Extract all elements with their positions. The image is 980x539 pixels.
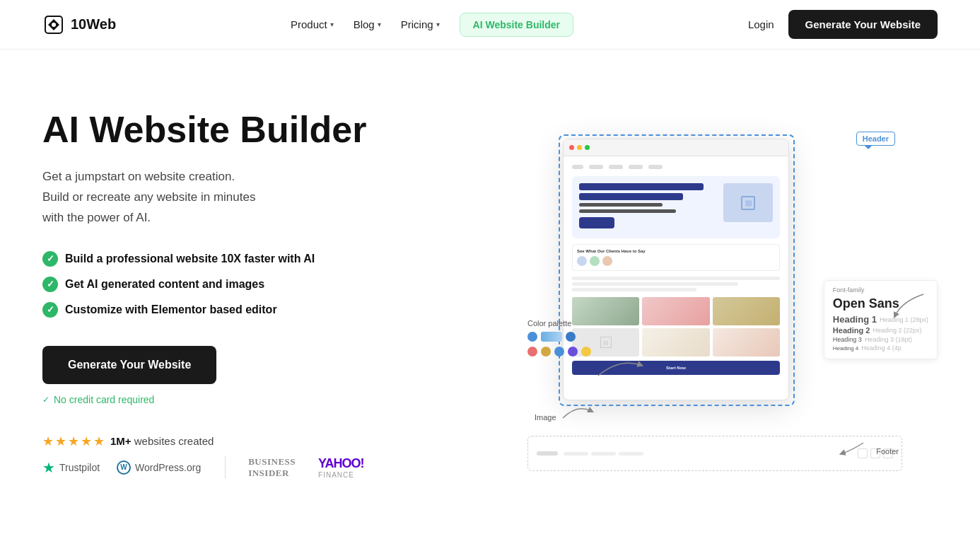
mini-hero-image <box>723 183 773 222</box>
footer-logo-mini <box>537 451 558 456</box>
palette-swatches-row2 <box>527 347 591 357</box>
swatch-gold <box>581 347 591 357</box>
mini-row-2 <box>572 282 738 286</box>
color-palette-annotation: Color palette <box>527 319 591 357</box>
star-rating: ★ ★ ★ ★ ★ <box>42 434 105 449</box>
product-chevron-icon: ▾ <box>330 21 334 28</box>
wordpress-icon: W <box>117 460 131 475</box>
nav-blog[interactable]: Blog ▾ <box>354 18 381 30</box>
mini-cta-text: Start Now <box>666 366 686 370</box>
mini-image-grid: ▤ <box>572 297 780 357</box>
mini-testimonials-title: See What Our Clients Have to Say <box>577 249 775 253</box>
grid-image-6 <box>713 328 780 357</box>
hero-title: AI Website Builder <box>42 110 366 150</box>
browser-dot-yellow <box>577 145 582 150</box>
image-placeholder-small: ▤ <box>600 337 612 348</box>
heading4-line: Heading 4 Heading 4 (4p <box>833 344 928 352</box>
avatar-1 <box>577 256 587 266</box>
grid-image-2 <box>642 297 709 325</box>
site-nav-mini <box>572 165 780 169</box>
footer-link-2 <box>591 452 616 456</box>
star-4: ★ <box>81 434 92 449</box>
heading3-line: Heading 3 Heading 3 (18pt) <box>833 336 928 343</box>
illustration-container: See What Our Clients Have to Say <box>527 117 938 471</box>
trustpilot-logo[interactable]: ★ Trustpilot <box>42 459 100 476</box>
hero-subtitle: Get a jumpstart on website creation. Bui… <box>42 167 366 228</box>
nav-pricing[interactable]: Pricing ▾ <box>401 18 440 30</box>
hero-section: AI Website Builder Get a jumpstart on we… <box>0 50 980 539</box>
no-credit-card-notice: No credit card required <box>42 394 366 405</box>
wordpress-logo[interactable]: W WordPress.org <box>117 460 201 475</box>
feature-item-3: Customize with Elementor based editor <box>42 302 366 318</box>
rating-row: ★ ★ ★ ★ ★ 1M+ websites created <box>42 434 366 449</box>
check-icon-1 <box>42 251 58 267</box>
image-arrow <box>559 400 595 422</box>
hero-cta-button[interactable]: Generate Your Website <box>42 346 216 384</box>
grid-image-3 <box>713 297 780 325</box>
star-5: ★ <box>93 434 105 449</box>
nav-product[interactable]: Product ▾ <box>291 18 334 30</box>
hero-illustration: See What Our Clients Have to Say <box>457 117 938 471</box>
browser-dot-green <box>585 145 590 150</box>
swatch-blue2 <box>554 347 564 357</box>
pricing-chevron-icon: ▾ <box>436 21 440 28</box>
mini-avatars <box>577 256 775 266</box>
blog-chevron-icon: ▾ <box>378 21 381 28</box>
nav-right: Login Generate Your Website <box>748 10 938 39</box>
business-insider-logo: BUSINESSINSIDER <box>248 456 296 478</box>
trustpilot-icon: ★ <box>42 459 55 476</box>
browser-bar <box>564 139 788 156</box>
mini-logo <box>572 165 583 169</box>
heading2-line: Heading 2 Heading 2 (22px) <box>833 326 928 335</box>
palette-label: Color palette <box>527 319 591 328</box>
swatch-dark-blue <box>566 332 576 342</box>
mini-headline-1 <box>579 183 704 190</box>
websites-count: 1M+ websites created <box>110 435 214 447</box>
nav-links: Product ▾ Blog ▾ Pricing ▾ AI Website Bu… <box>291 13 573 37</box>
footer-links-mini <box>564 452 852 456</box>
svg-point-1 <box>52 23 56 27</box>
yahoo-logo: YAHOO! FINANCE <box>318 456 363 479</box>
image-annotation-label: Image <box>535 413 556 422</box>
mini-testimonials: See What Our Clients Have to Say <box>572 244 780 271</box>
mini-content-rows <box>572 277 780 291</box>
image-placeholder-icon <box>741 196 755 210</box>
footer-annotation-label: Footer <box>876 447 899 456</box>
brand-name: 10Web <box>71 16 116 33</box>
footer-arrow <box>839 439 867 460</box>
hero-features-list: Build a professional website 10X faster … <box>42 251 366 318</box>
press-logos: BUSINESSINSIDER YAHOO! FINANCE <box>225 456 363 479</box>
mini-nav-3 <box>629 165 643 169</box>
hero-left: AI Website Builder Get a jumpstart on we… <box>42 110 366 479</box>
mini-nav-2 <box>609 165 623 169</box>
nav-ai-builder-button[interactable]: AI Website Builder <box>460 13 573 37</box>
avatar-2 <box>590 256 600 266</box>
nav-login[interactable]: Login <box>748 18 774 30</box>
nav-generate-button[interactable]: Generate Your Website <box>788 10 938 39</box>
mini-subtext <box>579 203 663 207</box>
swatch-red <box>527 347 537 357</box>
feature-item-1: Build a professional website 10X faster … <box>42 251 366 267</box>
trust-logos-row: ★ Trustpilot W WordPress.org BUSINESSINS… <box>42 456 366 479</box>
grid-image-5 <box>642 328 709 357</box>
mini-row-3 <box>572 288 696 291</box>
mini-hero-section <box>572 176 780 238</box>
mini-nav-1 <box>589 165 603 169</box>
feature-item-2: Get AI generated content and images <box>42 277 366 292</box>
browser-content: See What Our Clients Have to Say <box>564 156 788 383</box>
browser-dot-red <box>569 145 574 150</box>
logo[interactable]: 10Web <box>42 13 116 36</box>
check-icon-2 <box>42 277 58 292</box>
mini-headline-2 <box>579 193 683 200</box>
check-icon-3 <box>42 302 58 318</box>
swatch-blue <box>527 332 537 342</box>
footer-link-1 <box>564 452 588 456</box>
palette-swatches-row1 <box>527 332 591 342</box>
mini-subtext-2 <box>579 209 676 213</box>
mini-nav-4 <box>648 165 663 169</box>
mini-cta-btn <box>579 217 614 228</box>
navbar: 10Web Product ▾ Blog ▾ Pricing ▾ AI Webs… <box>0 0 980 50</box>
mini-hero-text <box>579 183 718 231</box>
header-annotation-box: Header <box>856 132 895 146</box>
mini-row-1 <box>572 277 780 280</box>
